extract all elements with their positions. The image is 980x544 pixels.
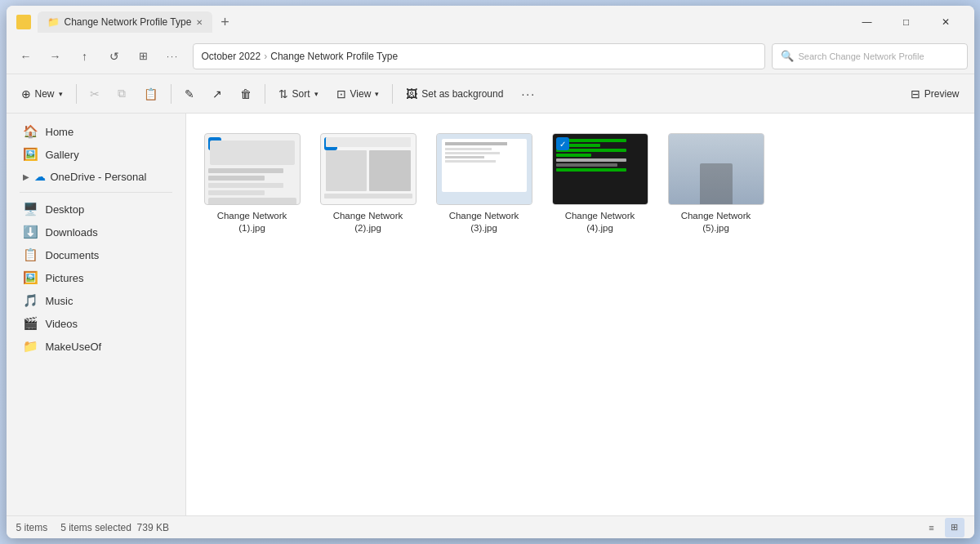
- sep3: [265, 84, 265, 104]
- onedrive-expand-icon: ▶: [23, 172, 29, 181]
- close-button[interactable]: ✕: [927, 9, 964, 35]
- paste-icon: 📋: [144, 87, 158, 100]
- delete-button[interactable]: 🗑: [232, 82, 260, 105]
- background-icon: 🖼: [406, 87, 417, 100]
- window-controls: — □ ✕: [849, 9, 964, 35]
- sep2: [171, 84, 172, 104]
- sidebar-item-gallery[interactable]: 🖼️ Gallery: [10, 143, 182, 166]
- sidebar-gallery-label: Gallery: [46, 149, 79, 161]
- back-button[interactable]: ←: [13, 43, 39, 69]
- more-options-button[interactable]: ···: [513, 82, 544, 105]
- more-nav-button[interactable]: ···: [160, 43, 186, 69]
- new-button[interactable]: ⊕ New ▾: [13, 82, 71, 105]
- active-tab[interactable]: 📁 Change Network Profile Type ✕: [38, 11, 213, 33]
- view-chevron-icon: ▾: [375, 90, 379, 98]
- sidebar-item-documents[interactable]: 📋 Documents 📌: [10, 243, 182, 266]
- sort-chevron-icon: ▾: [314, 90, 318, 98]
- file-item[interactable]: ✓ Change Network(3).jpg: [431, 127, 537, 241]
- sidebar-documents-label: Documents: [46, 249, 100, 261]
- browse-button[interactable]: ⊞: [131, 43, 157, 69]
- sidebar-videos-label: Videos: [46, 318, 78, 330]
- more-icon: ···: [521, 87, 536, 100]
- tab-close-button[interactable]: ✕: [196, 18, 203, 27]
- onedrive-icon: ☁: [34, 170, 46, 183]
- file-item[interactable]: ✓ Change Network(2).jpg: [315, 127, 421, 241]
- file-item[interactable]: ✓ Change Network(1).jpg: [199, 127, 305, 241]
- new-chevron-icon: ▾: [59, 90, 63, 98]
- tab-label: Change Network Profile Type: [65, 16, 192, 28]
- file-name: Change Network(4).jpg: [565, 210, 635, 234]
- share-button[interactable]: ↗: [204, 82, 230, 105]
- sidebar-home-label: Home: [46, 126, 74, 138]
- file-name: Change Network(5).jpg: [681, 210, 751, 234]
- sidebar-item-onedrive[interactable]: ▶ ☁ OneDrive - Personal: [10, 166, 182, 187]
- share-icon: ↗: [212, 87, 222, 100]
- forward-button[interactable]: →: [42, 43, 69, 69]
- preview-button[interactable]: ⊟ Preview: [902, 82, 968, 105]
- view-button[interactable]: ⊡ View ▾: [328, 82, 388, 105]
- sidebar-makeuseof-label: MakeUseOf: [46, 341, 102, 353]
- cut-button[interactable]: ✂: [82, 82, 108, 105]
- file-thumbnail: ✓: [552, 133, 648, 205]
- breadcrumb-part1: October 2022: [202, 51, 261, 62]
- file-item[interactable]: ✓ Change Network(5).jpg: [663, 127, 769, 241]
- preview-label: Preview: [924, 88, 960, 100]
- file-item[interactable]: ✓ Change Network(4).jpg: [547, 127, 653, 241]
- grid-view-button[interactable]: ⊞: [945, 518, 964, 537]
- breadcrumb[interactable]: October 2022 › Change Network Profile Ty…: [193, 43, 765, 69]
- add-tab-button[interactable]: +: [216, 14, 234, 31]
- videos-icon: 🎬: [23, 316, 38, 331]
- nav-bar: ← → ↑ ↺ ⊞ ··· October 2022 › Change Netw…: [7, 38, 974, 74]
- refresh-button[interactable]: ↺: [101, 43, 127, 69]
- maximize-button[interactable]: □: [888, 9, 925, 35]
- breadcrumb-part2: Change Network Profile Type: [270, 51, 398, 62]
- delete-icon: 🗑: [240, 87, 252, 100]
- file-checkbox[interactable]: ✓: [556, 137, 569, 150]
- minimize-button[interactable]: —: [849, 9, 886, 35]
- file-thumbnail: ✓: [436, 133, 532, 205]
- item-count: 5 items: [16, 522, 48, 533]
- selected-count: 5 items selected 739 KB: [60, 522, 169, 533]
- sidebar-pictures-label: Pictures: [46, 272, 84, 284]
- search-placeholder: Search Change Network Profile: [799, 51, 924, 61]
- preview-icon: ⊟: [911, 87, 920, 100]
- sidebar-item-music[interactable]: 🎵 Music 📌: [10, 289, 182, 312]
- tab-area: 📁 Change Network Profile Type ✕ +: [38, 11, 234, 33]
- sep4: [392, 84, 393, 104]
- copy-button[interactable]: ⧉: [109, 82, 134, 105]
- sidebar-item-desktop[interactable]: 🖥️ Desktop 📌: [10, 198, 182, 221]
- list-view-button[interactable]: ≡: [922, 518, 942, 537]
- rename-button[interactable]: ✎: [176, 82, 203, 105]
- view-label: View: [350, 88, 372, 100]
- cut-icon: ✂: [90, 87, 100, 100]
- sidebar-item-home[interactable]: 🏠 Home: [10, 120, 182, 143]
- new-icon: ⊕: [21, 87, 31, 100]
- sidebar-desktop-label: Desktop: [46, 203, 85, 216]
- sort-button[interactable]: ⇅ Sort ▾: [270, 82, 327, 105]
- content-area: 🏠 Home 🖼️ Gallery ▶ ☁ OneDrive - Persona…: [7, 114, 974, 515]
- search-bar[interactable]: 🔍 Search Change Network Profile: [772, 43, 968, 69]
- sep1: [76, 84, 77, 104]
- documents-icon: 📋: [23, 247, 38, 262]
- rename-icon: ✎: [185, 87, 194, 100]
- search-icon: 🔍: [781, 50, 794, 62]
- breadcrumb-sep1: ›: [264, 51, 267, 62]
- folder-icon: [16, 15, 31, 29]
- up-button[interactable]: ↑: [72, 43, 98, 69]
- new-label: New: [35, 88, 55, 100]
- sidebar-item-downloads[interactable]: ⬇️ Downloads 📌: [10, 221, 182, 243]
- sidebar-item-pictures[interactable]: 🖼️ Pictures 📌: [10, 266, 182, 289]
- background-label: Set as background: [421, 88, 503, 100]
- paste-button[interactable]: 📋: [136, 82, 166, 105]
- title-bar: 📁 Change Network Profile Type ✕ + — □ ✕: [7, 6, 974, 38]
- background-button[interactable]: 🖼 Set as background: [398, 82, 511, 105]
- home-icon: 🏠: [23, 124, 38, 139]
- sidebar-item-makeuseof[interactable]: 📁 MakeUseOf 📌: [10, 335, 182, 358]
- file-explorer-window: 📁 Change Network Profile Type ✕ + — □ ✕ …: [7, 6, 974, 538]
- sidebar-music-label: Music: [46, 295, 74, 307]
- folder-makeuseof-icon: 📁: [23, 339, 38, 354]
- file-name: Change Network(2).jpg: [333, 210, 403, 234]
- sidebar-item-videos[interactable]: 🎬 Videos 📌: [10, 312, 182, 335]
- view-icon: ⊡: [336, 87, 346, 100]
- file-name: Change Network(1).jpg: [217, 210, 287, 234]
